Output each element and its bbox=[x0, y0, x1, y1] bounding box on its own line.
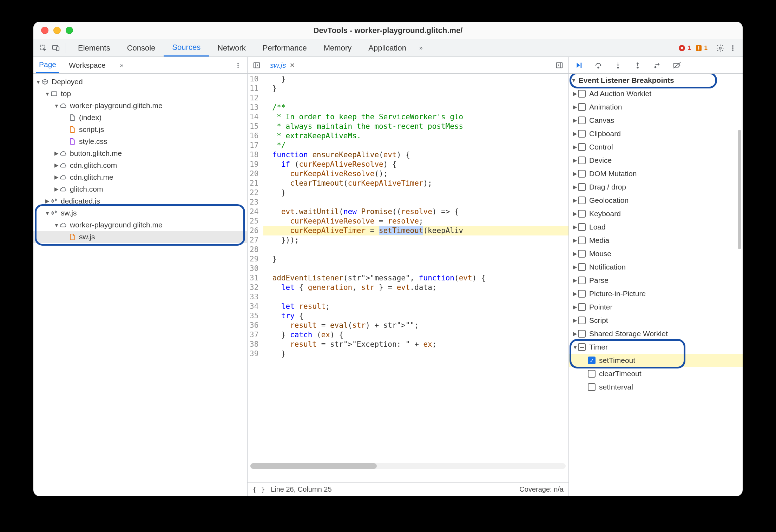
tab-performance[interactable]: Performance bbox=[254, 39, 315, 56]
step-icon[interactable] bbox=[651, 59, 664, 72]
tree-row[interactable]: ▶dedicated.js bbox=[33, 195, 247, 207]
checkbox-unchecked-icon[interactable] bbox=[578, 303, 586, 311]
tree-row[interactable]: ▼sw.js bbox=[33, 207, 247, 219]
category-row[interactable]: ▶ Load bbox=[569, 220, 743, 234]
tree-row[interactable]: ▶button.glitch.me bbox=[33, 147, 247, 159]
section-header[interactable]: ▼ Event Listener Breakpoints bbox=[569, 74, 743, 87]
file-tree[interactable]: ▼Deployed▼top▼worker-playground.glitch.m… bbox=[33, 74, 247, 496]
category-row[interactable]: ▶ Canvas bbox=[569, 114, 743, 127]
disclosure-triangle-icon[interactable]: ▶ bbox=[572, 211, 578, 217]
checkbox-unchecked-icon[interactable] bbox=[578, 317, 586, 324]
disclosure-triangle-icon[interactable]: ▶ bbox=[572, 144, 578, 150]
tab-elements[interactable]: Elements bbox=[70, 39, 119, 56]
tab-network[interactable]: Network bbox=[209, 39, 254, 56]
disclosure-triangle-icon[interactable]: ▶ bbox=[572, 157, 578, 164]
disclosure-triangle-icon[interactable]: ▶ bbox=[572, 131, 578, 137]
category-row[interactable]: ▶ DOM Mutation bbox=[569, 167, 743, 180]
checkbox-unchecked-icon[interactable] bbox=[578, 143, 586, 151]
error-badge[interactable]: 1 bbox=[678, 45, 691, 52]
checkbox-unchecked-icon[interactable] bbox=[578, 290, 586, 298]
category-row[interactable]: ▶ Geolocation bbox=[569, 194, 743, 207]
warning-badge[interactable]: 1 bbox=[695, 45, 708, 52]
category-row[interactable]: ▶ Notification bbox=[569, 260, 743, 274]
event-row[interactable]: setInterval bbox=[569, 380, 743, 394]
checkbox-unchecked-icon[interactable] bbox=[578, 117, 586, 124]
toggle-navigator-icon[interactable] bbox=[250, 59, 263, 72]
checkbox-unchecked-icon[interactable] bbox=[578, 210, 586, 218]
category-row[interactable]: ▼ Timer bbox=[569, 340, 743, 354]
step-into-icon[interactable] bbox=[612, 59, 624, 72]
tree-row[interactable]: ▼worker-playground.glitch.me bbox=[33, 219, 247, 231]
category-row[interactable]: ▶ Shared Storage Worklet bbox=[569, 327, 743, 340]
disclosure-triangle-icon[interactable]: ▶ bbox=[572, 237, 578, 244]
toggle-debugger-icon[interactable] bbox=[553, 59, 566, 72]
device-toolbar-icon[interactable] bbox=[50, 42, 62, 54]
checkbox-unchecked-icon[interactable] bbox=[578, 170, 586, 178]
breakpoints-panel[interactable]: ▼ Event Listener Breakpoints▶ Ad Auction… bbox=[569, 74, 743, 496]
disclosure-triangle-icon[interactable]: ▶ bbox=[572, 317, 578, 324]
checkbox-unchecked-icon[interactable] bbox=[578, 250, 586, 258]
category-row[interactable]: ▶ Animation bbox=[569, 100, 743, 114]
checkbox-unchecked-icon[interactable] bbox=[588, 370, 596, 378]
disclosure-triangle-icon[interactable]: ▶ bbox=[572, 277, 578, 284]
checkbox-unchecked-icon[interactable] bbox=[578, 183, 586, 191]
tree-row[interactable]: (index) bbox=[33, 112, 247, 124]
disclosure-triangle-icon[interactable]: ▼ bbox=[45, 210, 50, 216]
disclosure-triangle-icon[interactable]: ▶ bbox=[572, 171, 578, 177]
category-row[interactable]: ▶ Ad Auction Worklet bbox=[569, 87, 743, 100]
disclosure-triangle-icon[interactable]: ▶ bbox=[572, 251, 578, 257]
checkbox-unchecked-icon[interactable] bbox=[578, 90, 586, 98]
tree-row[interactable]: ▶glitch.com bbox=[33, 183, 247, 195]
tab-console[interactable]: Console bbox=[119, 39, 164, 56]
deactivate-breakpoints-icon[interactable] bbox=[671, 59, 683, 72]
gear-icon[interactable] bbox=[714, 42, 726, 54]
disclosure-triangle-icon[interactable]: ▼ bbox=[54, 222, 59, 228]
category-row[interactable]: ▶ Clipboard bbox=[569, 127, 743, 140]
category-row[interactable]: ▶ Parse bbox=[569, 274, 743, 287]
disclosure-triangle-icon[interactable]: ▼ bbox=[54, 103, 59, 109]
category-row[interactable]: ▶ Media bbox=[569, 234, 743, 247]
category-row[interactable]: ▶ Pointer bbox=[569, 300, 743, 314]
tab-sources[interactable]: Sources bbox=[164, 39, 209, 56]
resume-icon[interactable] bbox=[572, 59, 585, 72]
checkbox-unchecked-icon[interactable] bbox=[578, 130, 586, 138]
disclosure-triangle-icon[interactable]: ▶ bbox=[572, 224, 578, 230]
tab-application[interactable]: Application bbox=[360, 39, 415, 56]
tree-row[interactable]: script.js bbox=[33, 124, 247, 135]
checkbox-unchecked-icon[interactable] bbox=[578, 263, 586, 271]
category-row[interactable]: ▶ Device bbox=[569, 154, 743, 167]
checkbox-unchecked-icon[interactable] bbox=[578, 103, 586, 111]
disclosure-triangle-icon[interactable]: ▶ bbox=[572, 264, 578, 270]
kebab-menu-icon[interactable] bbox=[726, 42, 739, 54]
disclosure-triangle-icon[interactable]: ▶ bbox=[572, 117, 578, 124]
zoom-window-button[interactable] bbox=[66, 27, 73, 34]
tree-row[interactable]: sw.js bbox=[33, 231, 247, 243]
inspect-icon[interactable] bbox=[37, 42, 50, 54]
category-row[interactable]: ▶ Drag / drop bbox=[569, 180, 743, 194]
checkbox-unchecked-icon[interactable] bbox=[578, 157, 586, 164]
subtab-workspace[interactable]: Workspace bbox=[66, 57, 108, 73]
tree-row[interactable]: ▼Deployed bbox=[33, 76, 247, 88]
disclosure-triangle-icon[interactable]: ▶ bbox=[572, 291, 578, 297]
disclosure-triangle-icon[interactable]: ▼ bbox=[572, 344, 578, 350]
tree-row[interactable]: style.css bbox=[33, 135, 247, 147]
disclosure-triangle-icon[interactable]: ▼ bbox=[45, 91, 50, 97]
tree-row[interactable]: ▼top bbox=[33, 88, 247, 100]
close-tab-icon[interactable]: ✕ bbox=[290, 61, 295, 69]
tree-row[interactable]: ▶cdn.glitch.me bbox=[33, 171, 247, 183]
checkbox-unchecked-icon[interactable] bbox=[578, 237, 586, 244]
step-out-icon[interactable] bbox=[631, 59, 644, 72]
disclosure-triangle-icon[interactable]: ▶ bbox=[572, 104, 578, 110]
subtab-page[interactable]: Page bbox=[36, 57, 59, 73]
disclosure-triangle-icon[interactable]: ▶ bbox=[45, 198, 50, 204]
close-window-button[interactable] bbox=[41, 27, 48, 34]
tab-memory[interactable]: Memory bbox=[315, 39, 360, 56]
pretty-print-icon[interactable]: { } bbox=[252, 485, 265, 494]
step-over-icon[interactable] bbox=[592, 59, 605, 72]
event-row[interactable]: clearTimeout bbox=[569, 367, 743, 380]
checkbox-mixed-icon[interactable] bbox=[578, 343, 586, 351]
disclosure-triangle-icon[interactable]: ▶ bbox=[54, 186, 59, 192]
disclosure-triangle-icon[interactable]: ▶ bbox=[54, 174, 59, 180]
disclosure-triangle-icon[interactable]: ▶ bbox=[572, 304, 578, 310]
checkbox-unchecked-icon[interactable] bbox=[578, 277, 586, 284]
